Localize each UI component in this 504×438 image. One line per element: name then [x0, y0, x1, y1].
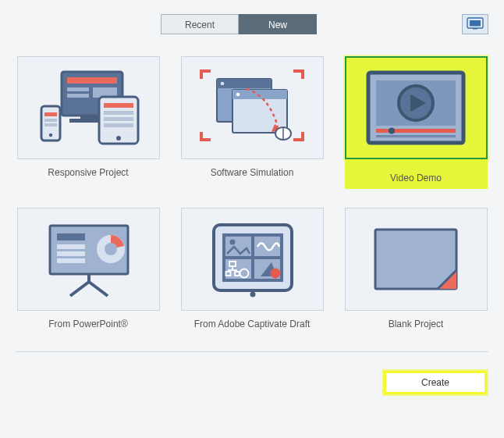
- svg-rect-11: [104, 103, 133, 108]
- svg-rect-34: [376, 129, 456, 133]
- svg-point-20: [48, 133, 51, 136]
- svg-point-15: [116, 136, 121, 141]
- bottom-bar: Create: [0, 352, 504, 393]
- svg-rect-17: [44, 112, 57, 116]
- svg-line-45: [70, 282, 89, 296]
- tile-label: Responsive Project: [48, 167, 128, 178]
- tile-label: Blank Project: [389, 319, 444, 329]
- tile-responsive-project[interactable]: Responsive Project: [16, 56, 161, 189]
- tab-new[interactable]: New: [239, 14, 317, 34]
- tab-recent[interactable]: Recent: [161, 14, 239, 34]
- tile-label: Software Simulation: [211, 167, 294, 178]
- svg-point-62: [270, 269, 280, 279]
- svg-rect-19: [44, 123, 57, 126]
- svg-rect-50: [225, 237, 251, 256]
- project-type-grid: Responsive Project: [0, 45, 504, 329]
- svg-rect-4: [67, 77, 117, 84]
- create-button[interactable]: Create: [385, 372, 485, 393]
- svg-rect-63: [375, 230, 456, 289]
- tile-label: Video Demo: [345, 173, 488, 183]
- top-toolbar: Recent New: [0, 0, 504, 45]
- blank-project-icon: [345, 208, 488, 311]
- mode-tabs: Recent New: [161, 14, 317, 34]
- layout-toggle-button[interactable]: [462, 14, 488, 34]
- svg-point-49: [250, 292, 255, 297]
- svg-point-26: [236, 92, 240, 96]
- svg-rect-39: [57, 244, 85, 249]
- responsive-project-icon: [17, 56, 160, 159]
- svg-rect-18: [44, 119, 57, 122]
- tile-from-powerpoint[interactable]: From PowerPoint®: [16, 208, 161, 329]
- svg-rect-12: [104, 111, 133, 115]
- svg-rect-14: [104, 123, 133, 127]
- svg-rect-36: [376, 135, 456, 137]
- svg-rect-38: [57, 233, 85, 240]
- tile-blank-project[interactable]: Blank Project: [343, 208, 488, 329]
- svg-rect-25: [232, 90, 287, 99]
- tile-software-simulation[interactable]: Software Simulation: [179, 56, 325, 189]
- svg-point-54: [229, 240, 235, 245]
- svg-rect-41: [57, 258, 85, 263]
- svg-point-23: [221, 81, 225, 85]
- captivate-draft-icon: [181, 208, 324, 311]
- video-demo-icon: [345, 56, 488, 159]
- powerpoint-icon: [17, 208, 160, 311]
- tile-from-captivate-draft[interactable]: From Adobe Captivate Draft: [179, 208, 325, 329]
- svg-point-35: [389, 128, 395, 134]
- tile-label: From Adobe Captivate Draft: [194, 319, 311, 329]
- svg-rect-2: [473, 28, 477, 30]
- software-simulation-icon: [181, 56, 324, 159]
- svg-rect-1: [470, 20, 481, 27]
- tile-label: From PowerPoint®: [48, 319, 128, 329]
- layout-icon: [467, 17, 484, 32]
- svg-rect-40: [57, 251, 85, 256]
- svg-rect-13: [104, 117, 133, 121]
- svg-line-46: [89, 282, 108, 296]
- svg-point-43: [105, 243, 117, 255]
- tile-video-demo[interactable]: Video Demo: [343, 56, 488, 189]
- svg-rect-22: [217, 79, 272, 88]
- svg-rect-6: [67, 94, 89, 98]
- svg-rect-5: [67, 87, 89, 91]
